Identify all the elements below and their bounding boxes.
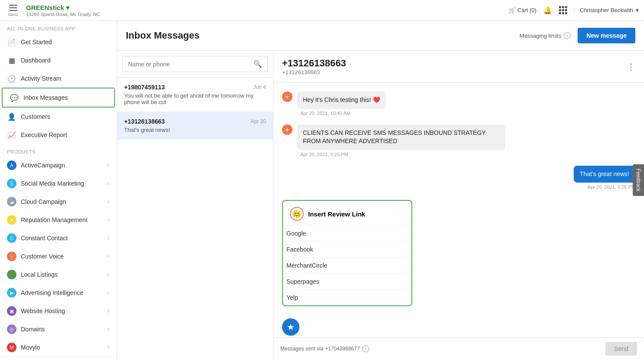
message-bubble: Hey it's Chris testing this! ❤️: [297, 92, 386, 109]
sidebar-item-advertising[interactable]: ▶ Advertising Intelligence ≡: [0, 284, 117, 302]
drag-handle: ≡: [107, 272, 110, 278]
main-layout: ALL-IN-ONE BUSINESS APP 📄 Get Started ▦ …: [0, 21, 644, 360]
local-listings-icon: 📍: [7, 270, 16, 279]
send-button[interactable]: Send: [605, 342, 637, 356]
brand-name[interactable]: GREENstick ▾: [26, 4, 100, 12]
list-item[interactable]: +13126138663 Apr 20 That's great news!: [117, 112, 273, 140]
sidebar-label: Website Hosting: [21, 308, 102, 314]
bell-icon[interactable]: 🔔: [543, 6, 552, 14]
grid-icon[interactable]: [559, 6, 567, 14]
review-icon: 😊: [290, 207, 304, 221]
star-button[interactable]: ★: [282, 318, 299, 336]
drag-handle: ≡: [107, 326, 110, 332]
feedback-tab[interactable]: Feedback: [633, 164, 644, 196]
customer-voice-icon: V: [7, 252, 16, 261]
sidebar-item-activity-stream[interactable]: 🕐 Activity Stream: [0, 69, 117, 88]
user-badge[interactable]: Christopher Beckwith ▾: [574, 7, 639, 13]
book-icon: 📄: [7, 37, 16, 47]
sidebar-item-constant-contact[interactable]: C Constant Contact ≡: [0, 229, 117, 247]
sidebar-item-executive-report[interactable]: 📈 Executive Report: [0, 126, 117, 144]
info-icon: i: [362, 345, 369, 352]
review-option-google[interactable]: Google: [283, 226, 411, 242]
sidebar-item-local-listings[interactable]: 📍 Local Listings ≡: [0, 265, 117, 284]
contact-name: +13126138663: [124, 118, 165, 125]
sidebar-item-dashboard[interactable]: ▦ Dashboard: [0, 51, 117, 69]
user-name: Christopher Beckwith: [580, 7, 633, 13]
brand-name-text: GREENstick: [26, 4, 64, 11]
message-date: Jun 4: [253, 84, 266, 90]
new-message-button[interactable]: New message: [578, 28, 635, 43]
review-option-facebook[interactable]: Facebook: [283, 242, 411, 258]
search-input[interactable]: [128, 61, 253, 68]
movylo-icon: M: [7, 343, 16, 352]
sidebar-item-reputation[interactable]: ★ Reputation Management ≡: [0, 211, 117, 229]
messaging-limits[interactable]: Messaging limits i: [519, 32, 571, 39]
cart-button[interactable]: 🛒 Cart (0): [509, 7, 536, 13]
brand-sub: 13280 Sparta Road, Mc Grady, NC: [26, 12, 100, 17]
sidebar-label: Local Listings: [21, 271, 102, 278]
sidebar-item-domains[interactable]: ◎ Domains ≡: [0, 320, 117, 338]
chart-icon: 📈: [7, 130, 16, 140]
conversation-header: +13126138663 +13126138663 ⋮: [273, 51, 644, 83]
sidebar-item-inbox-messages[interactable]: 💬 Inbox Messages: [2, 88, 115, 108]
messaging-limits-text: Messaging limits: [519, 33, 561, 39]
message-preview: You will not be able to get ahold of me …: [124, 92, 266, 105]
drag-handle: ≡: [107, 162, 110, 168]
drag-handle: ≡: [107, 290, 110, 296]
more-options-button[interactable]: ⋮: [627, 62, 635, 72]
message-list: 🔍 +19807459113 Jun 4 You will not be abl…: [117, 51, 273, 360]
drag-handle: ≡: [107, 235, 110, 241]
insert-review-popup: 😊 Insert Review Link Google Facebook Mer…: [282, 200, 412, 306]
add-button[interactable]: +: [282, 92, 292, 102]
message-item-header: +13126138663 Apr 20: [124, 118, 266, 125]
sidebar-item-cloud-campaign[interactable]: ☁ Cloud Campaign ≡: [0, 193, 117, 211]
sidebar-label: Cloud Campaign: [21, 198, 102, 205]
message-preview: That's great news!: [124, 127, 266, 133]
search-input-wrap[interactable]: 🔍: [122, 56, 268, 72]
sidebar-label: Executive Report: [21, 131, 110, 138]
sidebar-item-customer-voice[interactable]: V Customer Voice ≡: [0, 247, 117, 265]
search-bar: 🔍: [117, 51, 273, 78]
sidebar-label: Constant Contact: [21, 235, 102, 242]
content-area: Inbox Messages Messaging limits i New me…: [117, 21, 644, 360]
sidebar-label: Customer Voice: [21, 253, 102, 260]
page-title: Inbox Messages: [126, 30, 519, 41]
sidebar-footer: G GREENstick 💬 Contact Christopher: [0, 357, 117, 360]
sidebar-item-movylo[interactable]: M Movylo ≡: [0, 338, 117, 357]
message-bubble: That's great news!: [574, 166, 635, 183]
review-option-superpages[interactable]: Superpages: [283, 274, 411, 290]
sidebar-label: Customers: [21, 113, 110, 120]
review-option-yelp[interactable]: Yelp: [283, 290, 411, 305]
conv-phone-sub: +13126138663: [282, 69, 346, 75]
sidebar-item-active-campaign[interactable]: A ActiveCampaign ≡: [0, 156, 117, 174]
review-option-merchantcircle[interactable]: MerchantCircle: [283, 258, 411, 274]
menu-label: Menu: [8, 13, 18, 17]
conv-phone-main: +13126138663: [282, 58, 346, 69]
social-media-icon: S: [7, 179, 16, 188]
brand: GREENstick ▾ 13280 Sparta Road, Mc Grady…: [26, 4, 100, 17]
sidebar-item-customers[interactable]: 👤 Customers: [0, 108, 117, 126]
messages-layout: 🔍 +19807459113 Jun 4 You will not be abl…: [117, 51, 644, 360]
message-row: That's great news!: [574, 166, 635, 183]
menu-button[interactable]: Menu: [5, 4, 21, 17]
sidebar-item-get-started[interactable]: 📄 Get Started: [0, 33, 117, 51]
review-popup-title: Insert Review Link: [308, 210, 365, 218]
sidebar-item-website-hosting[interactable]: ▣ Website Hosting ≡: [0, 302, 117, 320]
sidebar-item-social-media[interactable]: S Social Media Marketing ≡: [0, 174, 117, 193]
message-items: +19807459113 Jun 4 You will not be able …: [117, 78, 273, 360]
sidebar-label: Inbox Messages: [23, 94, 107, 101]
message-bubble: CLIENTS CAN RECEIVE SMS MESSAGES INBOUND…: [297, 124, 505, 150]
send-info: Messages sent via +17043968677 i: [280, 345, 601, 352]
info-icon: i: [564, 32, 571, 39]
message-time: Apr 20, 2021, 5:26 PM: [588, 184, 635, 190]
chat-icon: 💬: [10, 93, 19, 102]
sidebar-label: Movylo: [21, 344, 102, 351]
page-header: Inbox Messages Messaging limits i New me…: [117, 21, 644, 51]
clock-icon: 🕐: [7, 74, 16, 83]
drag-handle: ≡: [107, 253, 110, 259]
list-item[interactable]: +19807459113 Jun 4 You will not be able …: [117, 78, 273, 112]
sidebar-label: ActiveCampaign: [21, 162, 102, 169]
add-button[interactable]: +: [282, 124, 292, 135]
drag-handle: ≡: [107, 308, 110, 314]
active-campaign-icon: A: [7, 160, 16, 170]
